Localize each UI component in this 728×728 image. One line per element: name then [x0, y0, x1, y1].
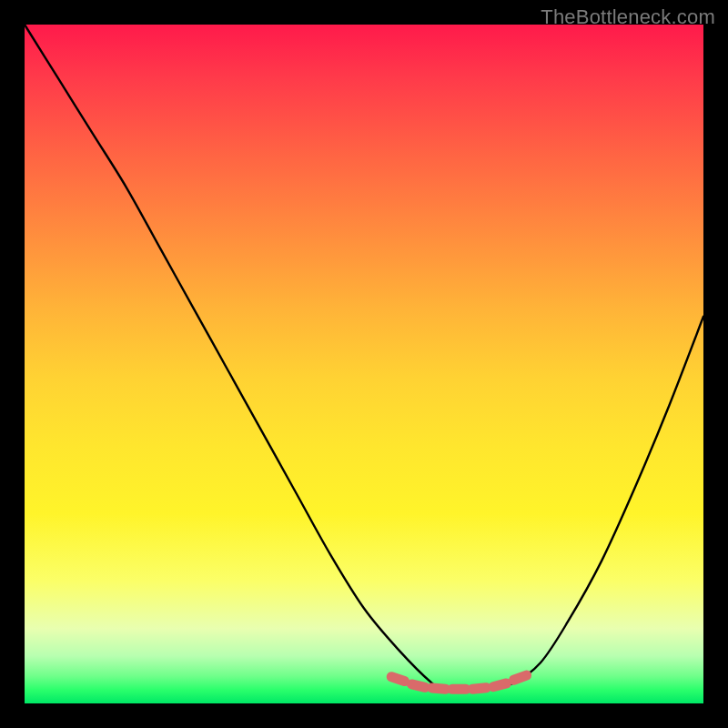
dash-marker — [507, 669, 532, 686]
dash-marker — [467, 682, 491, 695]
curve-layer — [25, 25, 703, 703]
chart-frame: TheBottleneck.com — [0, 0, 728, 728]
dash-marker — [427, 682, 451, 694]
dash-marker — [447, 684, 470, 694]
bottom-dash-markers — [385, 669, 532, 694]
dash-marker — [487, 677, 512, 693]
plot-area — [25, 25, 703, 703]
bottleneck-curve — [25, 25, 703, 691]
dash-marker — [406, 678, 431, 693]
